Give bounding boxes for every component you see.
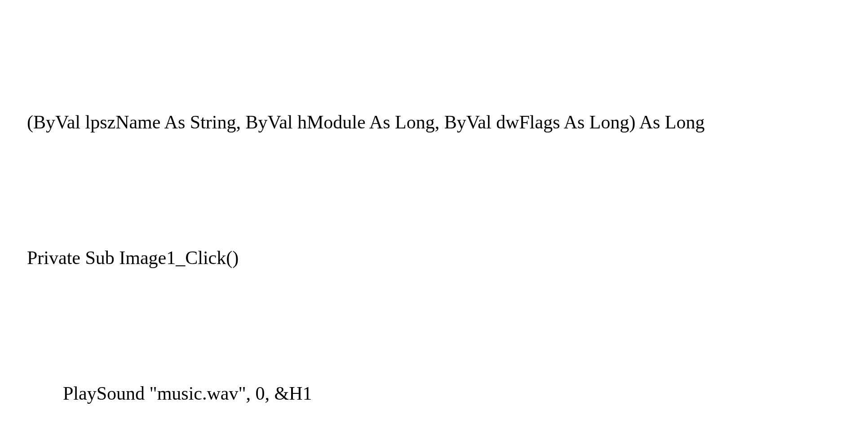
code-line-sub-click: Private Sub Image1_Click(): [18, 235, 850, 281]
code-block: (ByVal lpszName As String, ByVal hModule…: [18, 9, 850, 432]
code-line-playsound-1: PlaySound "music.wav", 0, &H1: [18, 371, 850, 416]
code-line-declaration-continued: (ByVal lpszName As String, ByVal hModule…: [18, 100, 850, 145]
